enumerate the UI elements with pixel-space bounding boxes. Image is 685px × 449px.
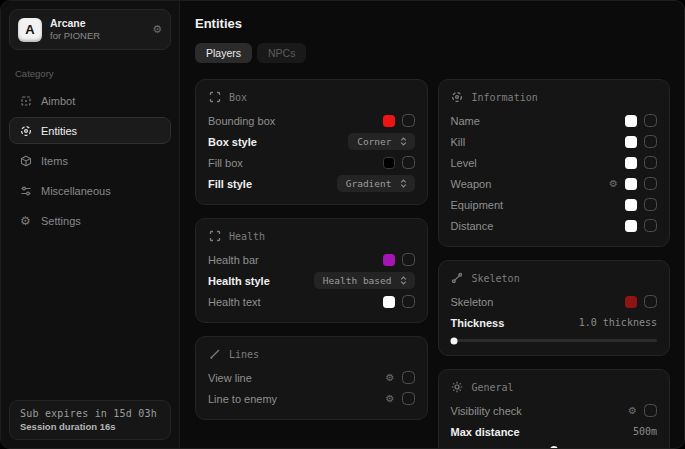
sidebar-item-label: Items: [41, 155, 68, 167]
color-swatch[interactable]: [625, 115, 637, 127]
row-label: Equipment: [451, 199, 626, 211]
row-line-to-enemy: Line to enemy ⚙: [208, 388, 415, 409]
row-distance: Distance: [451, 215, 658, 236]
sidebar: A Arcane for PIONER ⚙ Category Aimbot En…: [1, 1, 180, 448]
sub-expiry-text: Sub expires in 15d 03h: [20, 408, 160, 419]
color-swatch[interactable]: [383, 296, 395, 308]
color-swatch[interactable]: [625, 157, 637, 169]
row-label: Level: [451, 157, 626, 169]
panel-skeleton: Skeleton Skeleton Thickness 1.0 thicknes…: [438, 260, 671, 356]
sidebar-item-label: Entities: [41, 125, 77, 137]
sidebar-item-aimbot[interactable]: Aimbot: [9, 87, 171, 114]
sliders-icon: [19, 184, 32, 197]
crosshair-icon: [19, 94, 32, 107]
row-label: Box style: [208, 136, 348, 148]
row-health-style: Health style Health based: [208, 270, 415, 291]
unfold-icon: [399, 137, 408, 146]
row-label: Health bar: [208, 254, 383, 266]
row-fill-style: Fill style Gradient: [208, 173, 415, 194]
thickness-slider[interactable]: [451, 339, 658, 342]
visibility-check-checkbox[interactable]: [644, 404, 657, 417]
row-weapon: Weapon ⚙: [451, 173, 658, 194]
view-line-checkbox[interactable]: [402, 371, 415, 384]
weapon-checkbox[interactable]: [644, 177, 657, 190]
tab-players[interactable]: Players: [195, 43, 252, 63]
row-label: Kill: [451, 136, 626, 148]
brand-card: A Arcane for PIONER ⚙: [9, 9, 171, 50]
name-checkbox[interactable]: [644, 114, 657, 127]
row-box-style: Box style Corner: [208, 131, 415, 152]
tab-npcs[interactable]: NPCs: [257, 43, 306, 63]
tab-bar: Players NPCs: [195, 43, 670, 63]
kill-checkbox[interactable]: [644, 135, 657, 148]
color-swatch[interactable]: [625, 136, 637, 148]
sidebar-item-items[interactable]: Items: [9, 147, 171, 174]
row-max-distance: Max distance 500m: [451, 421, 658, 442]
panel-health: Health Health bar Health style Health ba…: [195, 218, 428, 323]
color-swatch[interactable]: [625, 199, 637, 211]
slider-thumb[interactable]: [550, 446, 558, 449]
bounding-box-checkbox[interactable]: [402, 114, 415, 127]
row-label: Name: [451, 115, 626, 127]
color-swatch[interactable]: [383, 157, 395, 169]
info-swirl-icon: [451, 91, 464, 104]
gear-icon[interactable]: ⚙: [152, 23, 162, 36]
sidebar-item-entities[interactable]: Entities: [9, 117, 171, 144]
color-swatch[interactable]: [625, 178, 637, 190]
row-label: Max distance: [451, 426, 633, 438]
main-content: Entities Players NPCs Box Bounding box: [180, 1, 684, 448]
row-health-bar: Health bar: [208, 249, 415, 270]
sun-icon: [451, 381, 464, 394]
gear-icon[interactable]: ⚙: [386, 373, 395, 383]
health-style-dropdown[interactable]: Health based: [314, 272, 415, 289]
row-label: Thickness: [451, 317, 579, 329]
row-view-line: View line ⚙: [208, 367, 415, 388]
sidebar-item-settings[interactable]: ⚙ Settings: [9, 207, 171, 234]
dropdown-value: Health based: [323, 275, 392, 286]
line-to-enemy-checkbox[interactable]: [402, 392, 415, 405]
fill-box-checkbox[interactable]: [402, 156, 415, 169]
category-label: Category: [15, 68, 165, 79]
health-text-checkbox[interactable]: [402, 295, 415, 308]
row-label: Health style: [208, 275, 314, 287]
gear-icon[interactable]: ⚙: [609, 179, 618, 189]
health-bar-checkbox[interactable]: [402, 253, 415, 266]
row-fill-box: Fill box: [208, 152, 415, 173]
panel-title: Skeleton: [472, 273, 520, 284]
skeleton-checkbox[interactable]: [644, 295, 657, 308]
row-label: Bounding box: [208, 115, 383, 127]
distance-checkbox[interactable]: [644, 219, 657, 232]
equipment-checkbox[interactable]: [644, 198, 657, 211]
sidebar-nav: Aimbot Entities Items Miscellaneous: [9, 87, 171, 234]
max-distance-value: 500m: [633, 426, 657, 437]
color-swatch[interactable]: [625, 220, 637, 232]
panel-title: Lines: [229, 349, 259, 360]
gear-icon[interactable]: ⚙: [628, 406, 637, 416]
sidebar-item-miscellaneous[interactable]: Miscellaneous: [9, 177, 171, 204]
gear-icon[interactable]: ⚙: [386, 394, 395, 404]
brand-name: Arcane: [50, 17, 100, 30]
box-style-dropdown[interactable]: Corner: [348, 133, 414, 150]
row-name: Name: [451, 110, 658, 131]
row-skeleton: Skeleton: [451, 291, 658, 312]
panel-lines: Lines View line ⚙ Line to enemy ⚙: [195, 336, 428, 420]
corner-brackets-icon: [208, 91, 221, 104]
level-checkbox[interactable]: [644, 156, 657, 169]
panel-title: General: [472, 382, 514, 393]
panel-box: Box Bounding box Box style Corner: [195, 79, 428, 205]
unfold-icon: [399, 276, 408, 285]
color-swatch[interactable]: [383, 254, 395, 266]
app-window: A Arcane for PIONER ⚙ Category Aimbot En…: [0, 0, 685, 449]
pencil-line-icon: [208, 348, 221, 361]
row-label: Skeleton: [451, 296, 626, 308]
fill-style-dropdown[interactable]: Gradient: [337, 175, 415, 192]
slider-thumb[interactable]: [450, 337, 457, 344]
color-swatch[interactable]: [625, 296, 637, 308]
panel-title: Information: [472, 92, 538, 103]
color-swatch[interactable]: [383, 115, 395, 127]
row-visibility-check: Visibility check ⚙: [451, 400, 658, 421]
session-duration-text: Session duration 16s: [20, 421, 160, 432]
row-label: Fill style: [208, 178, 337, 190]
row-bounding-box: Bounding box: [208, 110, 415, 131]
subscription-card: Sub expires in 15d 03h Session duration …: [9, 400, 171, 440]
